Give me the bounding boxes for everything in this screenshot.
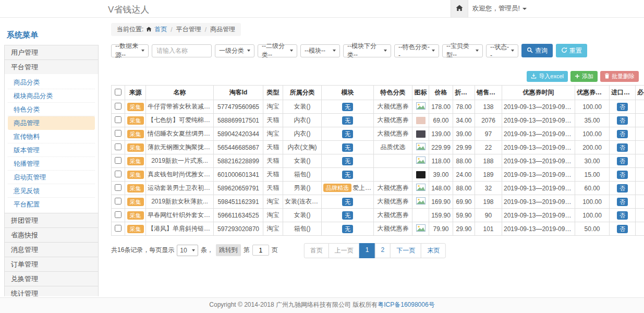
select-all-checkbox[interactable]: [115, 89, 121, 95]
row-checkbox[interactable]: [115, 103, 121, 110]
sidebar-title: 系统菜单: [4, 24, 99, 45]
sidebar-item[interactable]: 平台配置: [8, 198, 95, 211]
products-table: 来源名称淘客Id类型所属分类模块特色分类图标价格折后价销售数量优惠券时间优惠券金…: [111, 85, 644, 236]
filter-select[interactable]: --模块--: [300, 44, 340, 57]
sidebar-item[interactable]: 商品管理: [8, 116, 95, 130]
module-badge[interactable]: 无: [342, 116, 353, 125]
batch-delete-button[interactable]: 批量删除: [600, 71, 639, 82]
filter-select-label: --状态--: [490, 43, 509, 59]
icon-cell: [412, 114, 429, 127]
per-page-select[interactable]: 10: [177, 245, 198, 256]
imported-badge[interactable]: 否: [617, 198, 628, 206]
page-button[interactable]: 上一页: [329, 243, 360, 258]
row-checkbox[interactable]: [115, 184, 121, 191]
taoke-id: 577479560965: [214, 100, 263, 114]
sidebar-section[interactable]: 统计管理: [4, 286, 99, 296]
search-button[interactable]: 查询: [521, 44, 553, 57]
imported-badge[interactable]: 否: [617, 157, 628, 165]
taoke-id: 598451162391: [214, 195, 263, 209]
price: 39.00: [429, 168, 453, 182]
imported-badge[interactable]: 否: [617, 211, 628, 220]
platform-type: 淘宝: [263, 127, 283, 141]
sidebar-section[interactable]: 省惠快报: [4, 227, 99, 243]
page-jump-input[interactable]: [252, 245, 269, 256]
coupon-time: 2019-09-13—2019-09-15: [502, 182, 575, 195]
category: 女装(): [283, 209, 322, 222]
filter-select[interactable]: 一级分类: [215, 44, 254, 57]
sidebar-item[interactable]: 意见反馈: [8, 184, 95, 198]
row-checkbox[interactable]: [115, 171, 121, 177]
page-button[interactable]: 下一页: [390, 243, 421, 258]
sidebar-section[interactable]: 平台管理: [4, 59, 99, 75]
filter-select-label: --模块--: [305, 46, 325, 55]
row-checkbox[interactable]: [115, 211, 121, 218]
module-badge[interactable]: 无: [342, 143, 353, 152]
sidebar-item[interactable]: 商品分类: [8, 76, 95, 89]
sidebar-item[interactable]: 宣传物料: [8, 130, 95, 143]
import-excel-button[interactable]: 导入excel: [527, 71, 568, 82]
price: 118.00: [429, 154, 453, 168]
module-cell: 无: [322, 100, 374, 114]
row-checkbox[interactable]: [115, 143, 121, 150]
source-badge: 采集: [127, 184, 144, 192]
module-badge[interactable]: 无: [342, 157, 353, 165]
source-badge: 采集: [127, 211, 144, 220]
sidebar-section[interactable]: 订单管理: [4, 257, 99, 272]
module-badge[interactable]: 无: [342, 171, 353, 179]
sidebar-section[interactable]: 消息管理: [4, 242, 99, 257]
row-checkbox[interactable]: [115, 157, 121, 164]
breadcrumb-home-link[interactable]: 首页: [154, 25, 167, 34]
broken-image-icon: [416, 145, 426, 152]
row-checkbox[interactable]: [115, 198, 121, 204]
user-menu[interactable]: 欢迎您，管理员!: [472, 0, 527, 17]
filter-select[interactable]: --宝贝类型--: [442, 44, 483, 57]
icp-link[interactable]: 粤ICP备16098006号: [378, 301, 434, 308]
sidebar-item[interactable]: 轮播管理: [8, 157, 95, 171]
imported-badge[interactable]: 否: [617, 143, 628, 152]
imported-badge[interactable]: 否: [617, 184, 628, 192]
sidebar: 系统菜单 用户管理平台管理商品分类模块商品分类特色分类商品管理宣传物料版本管理轮…: [4, 24, 99, 296]
reset-button[interactable]: 重置: [556, 44, 587, 57]
page-button[interactable]: 末页: [421, 243, 446, 258]
filter-select[interactable]: --特色分类--: [394, 44, 439, 57]
filter-select-label: --数据来源--: [115, 42, 139, 59]
imported-badge[interactable]: 否: [617, 130, 628, 138]
page-button[interactable]: 2: [375, 243, 391, 258]
chevron-down-icon: [432, 50, 435, 52]
name-search-input[interactable]: [152, 44, 212, 57]
row-checkbox[interactable]: [115, 225, 121, 232]
row-checkbox[interactable]: [115, 116, 121, 123]
imported-badge[interactable]: 否: [617, 103, 628, 111]
sidebar-item[interactable]: 模块商品分类: [8, 89, 95, 103]
filter-select[interactable]: --数据来源--: [111, 44, 149, 57]
add-button[interactable]: 添加: [570, 71, 598, 82]
home-button[interactable]: [451, 0, 468, 17]
taoke-id: 589042420344: [214, 127, 263, 141]
chevron-down-icon: [523, 8, 527, 10]
module-badge[interactable]: 无: [342, 103, 353, 111]
feature-category: 大额优惠券: [374, 195, 412, 209]
column-header: 优惠券金额: [575, 86, 610, 100]
page-button[interactable]: 首页: [304, 243, 329, 258]
module-badge[interactable]: 无: [342, 211, 353, 220]
jump-post-label: 页: [272, 246, 278, 255]
jump-button[interactable]: 跳转到: [216, 244, 241, 256]
sidebar-section[interactable]: 用户管理: [4, 45, 99, 60]
page-button[interactable]: 1: [359, 243, 375, 258]
module-badge[interactable]: 无: [342, 225, 353, 233]
sidebar-section[interactable]: 拼团管理: [4, 213, 99, 228]
sidebar-item[interactable]: 启动页管理: [8, 171, 95, 184]
filter-select[interactable]: --状态--: [486, 44, 518, 57]
filter-select[interactable]: --模块下分类--: [343, 44, 391, 57]
row-checkbox[interactable]: [115, 130, 121, 137]
sidebar-item[interactable]: 特色分类: [8, 103, 95, 116]
module-badge[interactable]: 无: [342, 130, 353, 138]
filter-select-label: --宝贝类型--: [446, 42, 473, 59]
imported-badge[interactable]: 否: [617, 171, 628, 179]
imported-badge[interactable]: 否: [617, 225, 628, 233]
filter-select[interactable]: --二级分类--: [258, 44, 297, 57]
imported-badge[interactable]: 否: [617, 116, 628, 125]
module-badge[interactable]: 无: [342, 198, 353, 206]
sidebar-item[interactable]: 版本管理: [8, 143, 95, 157]
sidebar-section[interactable]: 兑换管理: [4, 271, 99, 286]
